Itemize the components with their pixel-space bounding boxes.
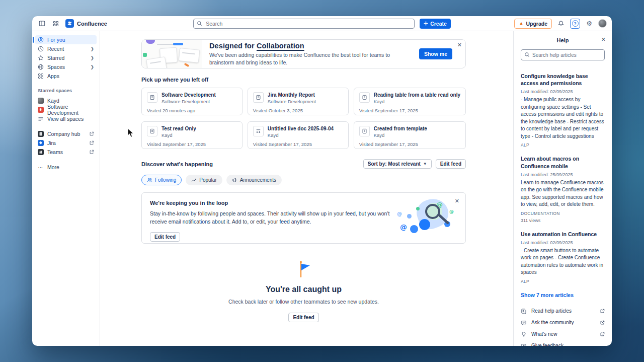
sidebar-item-starred[interactable]: Starred ❯ xyxy=(35,53,97,62)
magnifier-illustration: @ @ @ @ xyxy=(396,199,456,239)
show-more-articles-link[interactable]: Show 7 more articles xyxy=(521,292,605,298)
confluence-logo-icon xyxy=(65,19,74,28)
pickup-card[interactable]: Software DevelopmentSoftware Development… xyxy=(141,88,243,115)
left-sidebar: For you Recent ❯ Starred ❯ Spaces ❯ Apps xyxy=(32,31,100,346)
upgrade-button[interactable]: ▲ Upgrade xyxy=(514,19,552,29)
sidebar-item-company-hub[interactable]: Company hub xyxy=(35,129,97,138)
page-icon xyxy=(359,92,370,103)
help-menu: Read help articles Ask the community Wha… xyxy=(521,307,605,346)
chevron-down-icon: ▼ xyxy=(423,162,427,166)
visited-label: Visited 20 minutes ago xyxy=(147,108,237,113)
help-button[interactable]: ? xyxy=(570,19,580,29)
comment-icon xyxy=(521,320,527,326)
sidebar-item-teams[interactable]: Teams xyxy=(35,148,97,157)
question-icon: ? xyxy=(572,20,579,27)
pickup-cards: Software DevelopmentSoftware Development… xyxy=(141,88,466,149)
top-navigation-bar: Confluence Create ▲ Upgrade ? xyxy=(32,16,612,31)
external-link-icon xyxy=(89,150,94,155)
menu-whats-new[interactable]: What's new xyxy=(521,330,605,338)
keeping-in-loop-card: We're keeping you in the loop Stay in-th… xyxy=(141,192,466,244)
pickup-heading: Pick up where you left off xyxy=(141,77,466,83)
external-link-icon xyxy=(600,320,605,325)
sort-dropdown[interactable]: Sort by: Most relevant ▼ xyxy=(363,159,432,169)
filter-following[interactable]: Following xyxy=(141,175,182,185)
pickup-card[interactable]: Untitled live doc 2025-09-04Kayd Visited… xyxy=(248,121,349,149)
views-count: 311 views xyxy=(521,218,605,223)
visited-label: Visited September 17, 2025 xyxy=(359,141,460,147)
articles-icon xyxy=(521,308,527,314)
help-panel: Help ✕ Configure knowledge base access a… xyxy=(513,31,612,346)
confluence-window: Confluence Create ▲ Upgrade ? xyxy=(32,16,612,346)
menu-give-feedback[interactable]: Give feedback xyxy=(521,342,605,346)
chevron-right-icon: ❯ xyxy=(90,64,94,69)
external-link-icon xyxy=(600,332,605,337)
list-lines-icon xyxy=(38,116,44,122)
external-link-icon xyxy=(89,140,94,146)
pickup-card[interactable]: Reading table from a table read onlyKayd… xyxy=(354,88,466,115)
help-close-icon[interactable]: ✕ xyxy=(601,36,606,43)
teams-icon xyxy=(38,149,44,155)
help-article[interactable]: Learn about macros on Confluence mobile … xyxy=(521,155,605,223)
menu-read-help-articles[interactable]: Read help articles xyxy=(521,307,605,315)
ellipsis-icon: ⋯ xyxy=(38,164,44,170)
visited-label: Visited September 17, 2025 xyxy=(147,141,237,147)
product-name: Confluence xyxy=(77,21,107,27)
sidebar-view-all-spaces[interactable]: View all spaces xyxy=(35,114,97,123)
caught-up-title: You're all caught up xyxy=(266,285,342,294)
edit-feed-button[interactable]: Edit feed xyxy=(436,159,466,169)
search-input[interactable] xyxy=(193,19,415,29)
caught-up-section: You're all caught up Check back later or… xyxy=(141,261,466,322)
notifications-bell-icon[interactable] xyxy=(556,19,566,28)
edit-feed-button[interactable]: Edit feed xyxy=(288,313,318,322)
sidebar-item-jira[interactable]: Jira xyxy=(35,138,97,148)
starred-spaces-heading: Starred spaces xyxy=(38,88,94,93)
star-icon xyxy=(38,55,44,61)
jira-icon xyxy=(38,140,44,146)
visited-label: Visited September 17, 2025 xyxy=(253,141,343,147)
live-doc-icon xyxy=(253,126,264,136)
pickup-card[interactable]: Jira Monthly ReportSoftware Development … xyxy=(248,88,349,115)
lightbulb-icon xyxy=(521,331,527,337)
show-me-button[interactable]: Show me xyxy=(419,48,452,59)
warning-icon: ▲ xyxy=(519,21,523,26)
person-circle-icon xyxy=(38,37,44,43)
banner-body: We've been adding capabilities to make C… xyxy=(209,51,412,65)
help-article[interactable]: Use automation in Confluence Last modifi… xyxy=(521,231,605,284)
chevron-right-icon: ❯ xyxy=(90,46,94,51)
create-button[interactable]: Create xyxy=(420,19,451,29)
sidebar-item-more[interactable]: ⋯ More xyxy=(35,163,97,172)
pickup-card[interactable]: Test read OnlyKayd Visited September 17,… xyxy=(141,121,243,149)
banner-close-icon[interactable]: ✕ xyxy=(457,42,462,48)
help-panel-title: Help xyxy=(557,37,569,43)
edit-feed-button[interactable]: Edit feed xyxy=(150,232,180,242)
sidebar-item-spaces[interactable]: Spaces ❯ xyxy=(35,62,97,71)
filter-popular[interactable]: Popular xyxy=(186,175,222,185)
menu-ask-the-community[interactable]: Ask the community xyxy=(521,319,605,327)
pickup-card[interactable]: Created from templateKayd Visited Septem… xyxy=(354,121,466,149)
help-article[interactable]: Configure knowledge base access and perm… xyxy=(521,73,605,148)
sidebar-toggle-icon[interactable] xyxy=(37,19,46,28)
sidebar-item-recent[interactable]: Recent ❯ xyxy=(35,44,97,53)
user-avatar[interactable] xyxy=(598,19,607,28)
page-icon xyxy=(359,126,370,136)
filter-announcements[interactable]: Announcements xyxy=(226,175,282,185)
settings-gear-icon[interactable]: ⚙ xyxy=(585,19,594,28)
kayd-space-avatar xyxy=(38,98,44,104)
clock-icon xyxy=(38,46,44,52)
globe-icon xyxy=(38,64,44,70)
plus-icon xyxy=(424,21,428,26)
search-icon xyxy=(197,21,202,26)
sidebar-item-for-you[interactable]: For you xyxy=(35,35,97,44)
flag-icon xyxy=(296,261,311,278)
feedback-icon xyxy=(521,343,527,346)
company-hub-icon xyxy=(38,131,44,137)
app-switcher-icon[interactable] xyxy=(51,19,60,28)
help-search-input[interactable] xyxy=(521,49,605,60)
sidebar-item-apps[interactable]: Apps xyxy=(35,71,97,81)
main-content: Designed for Collaboration We've been ad… xyxy=(100,31,513,346)
confluence-home-link[interactable]: Confluence xyxy=(65,19,107,28)
help-articles-list: Configure knowledge base access and perm… xyxy=(521,73,605,284)
people-icon xyxy=(147,177,152,183)
sidebar-space-software-development[interactable]: ✱ Software Development xyxy=(35,105,97,114)
software-development-space-avatar: ✱ xyxy=(38,107,44,113)
